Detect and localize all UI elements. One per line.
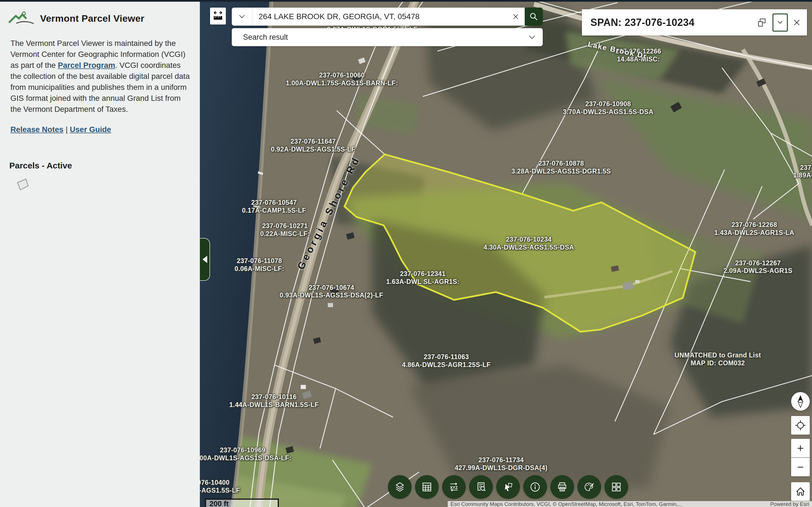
map-canvas[interactable]: 237-076-100601.00A-DWL1.75S-AGS1S-BARN-L…: [200, 0, 812, 507]
map-toolbar: XYZ: [388, 475, 628, 499]
parcel-label: 237-076-109083.70A-DWL2S-AGS1.5S-DSA: [563, 100, 653, 115]
basemap-gallery-button[interactable]: [605, 475, 628, 499]
compass-button[interactable]: [791, 392, 810, 411]
home-icon: [795, 486, 806, 497]
release-notes-link[interactable]: Release Notes: [10, 125, 63, 134]
expand-panel-button[interactable]: [772, 13, 788, 32]
vcgi-logo-icon: [8, 11, 36, 25]
compass-needle-icon: [795, 395, 806, 408]
parcel-span-title: SPAN: 237-076-10234: [591, 17, 757, 29]
grid-squares-icon: [610, 481, 623, 494]
copy-results-button[interactable]: [757, 17, 767, 28]
printer-icon: [556, 481, 569, 494]
select-button[interactable]: [496, 475, 520, 499]
search-source-dropdown[interactable]: [232, 8, 252, 25]
locate-button[interactable]: [791, 416, 810, 435]
parcel-label: 237-076-105470.17A-CAMP1.5S-LF: [242, 199, 306, 214]
layers-icon: [393, 481, 406, 494]
links-separator: |: [63, 125, 70, 134]
search-submit-button[interactable]: [525, 8, 543, 25]
search-bar: [232, 8, 543, 25]
map-labels-layer: 237-076-100601.00A-DWL1.75S-AGS1S-BARN-L…: [200, 0, 812, 507]
info-icon: [529, 481, 542, 494]
parcel-label: 237-076-102344.30A-DWL2S-AGS1.5S-DSA: [484, 236, 574, 251]
parcel-label: 237-076-122681.43A-DWL2S-AGR1S-LA: [714, 221, 794, 237]
search-icon: [529, 12, 538, 21]
parcel-polygon-icon: [16, 177, 29, 191]
close-icon: [512, 13, 519, 20]
svg-text:XYZ: XYZ: [450, 485, 458, 490]
home-extent-button[interactable]: [791, 482, 810, 501]
attribute-table-button[interactable]: [415, 475, 439, 499]
close-panel-button[interactable]: [793, 18, 801, 26]
chevron-down-icon: [777, 20, 783, 24]
parcel-label: 237-076-102710.22A-MISC-LF:: [260, 223, 310, 238]
parcel-label: 237-076-11734427.99A-DWL1S-DGR-DSA(4): [455, 457, 548, 472]
basemap-style-button[interactable]: [577, 475, 601, 499]
attribution-bar: Esri Community Maps Contributors, VCGI, …: [448, 501, 812, 507]
user-guide-link[interactable]: User Guide: [70, 125, 111, 134]
chevron-down-icon: [529, 35, 536, 40]
parcel-label: 237-076-108783.28A-DWL2S-AGS1S-DGR1.5S: [511, 160, 611, 175]
table-icon: [420, 481, 434, 494]
plus-icon: +: [797, 443, 804, 454]
close-icon: [793, 18, 801, 26]
print-button[interactable]: [550, 475, 574, 499]
measure-tool-button[interactable]: [210, 8, 226, 24]
legend-title: Parcels - Active: [9, 161, 72, 170]
powered-by-esri: Powered by Esri: [770, 501, 809, 507]
parcel-label: 237-076-116470.92A-DWL2S-AGS1.5S-LF: [271, 138, 356, 153]
info-button[interactable]: [523, 475, 547, 499]
parcel-label: 237-076-109691.00A-DWL1S-AGS1S-DSA-LF:: [200, 447, 292, 462]
search-input[interactable]: [252, 12, 507, 21]
parcel-label: 237-076-110780.06A-MISC-LF:: [235, 258, 284, 273]
app-description: The Vermont Parcel Viewer is maintained …: [10, 38, 190, 115]
search-result-label: Search result: [243, 33, 288, 42]
parcel-label: 237-076-106740.93A-DWL1S-AGS1S-DSA(2)-LF: [280, 284, 384, 299]
layers-button[interactable]: [388, 475, 412, 499]
collapse-sidebar-button[interactable]: [200, 238, 210, 281]
attribution-text: Esri Community Maps Contributors, VCGI, …: [451, 501, 682, 507]
measure-icon: [213, 10, 223, 22]
coordinate-conversion-button[interactable]: XYZ: [442, 475, 466, 499]
clear-search-button[interactable]: [507, 8, 525, 25]
scale-label: 200 ft: [209, 499, 229, 507]
sidebar-header: Vermont Parcel Viewer: [8, 11, 200, 25]
zoom-out-button[interactable]: −: [791, 458, 810, 476]
document-search-icon: [474, 481, 488, 494]
search-result-dropdown[interactable]: Search result: [232, 28, 543, 46]
app-title: Vermont Parcel Viewer: [40, 13, 144, 24]
sidebar-links: Release Notes | User Guide: [10, 125, 111, 134]
parcel-label: 076-10400L2S-AGS1.5S-LF: [200, 479, 240, 494]
locate-crosshair-icon: [795, 419, 806, 431]
select-cursor-icon: [502, 481, 515, 494]
parcel-label: UNMATCHED to Grand ListMAP ID: COM032: [675, 352, 761, 367]
copy-icon: [757, 17, 767, 28]
xyz-coordinates-icon: XYZ: [448, 481, 460, 494]
parcel-program-link[interactable]: Parcel Program: [58, 61, 115, 69]
parcel-label: 237-076-100601.00A-DWL1.75S-AGS1S-BARN-L…: [286, 72, 398, 87]
parcel-label: 237-076-110634.86A-DWL2S-AGR1.25S-LF: [402, 353, 491, 369]
sidebar: Vermont Parcel Viewer The Vermont Parcel…: [0, 2, 200, 507]
chevron-left-icon: [202, 256, 207, 263]
window-top-edge: [0, 0, 812, 2]
chevron-down-icon: [239, 15, 245, 18]
minus-icon: −: [797, 461, 804, 473]
parcel-info-panel: SPAN: 237-076-10234: [582, 9, 807, 36]
scale-bar: 200 ft: [205, 499, 279, 507]
palette-brush-icon: [583, 481, 596, 494]
parcel-label: 237-076-12261.89A-DWL2S-AG: [793, 164, 812, 179]
zoom-in-button[interactable]: +: [791, 439, 810, 457]
search-records-button[interactable]: [469, 475, 493, 499]
parcel-label: 237-076-123411.63A-DWL SL-AGR1S:: [386, 270, 460, 286]
parcel-label: 237-076-101161.44A-DWL1S-BARN1.5S-LF: [229, 393, 319, 409]
parcel-label: 237-076-122672.09A-DWL2S-AGR1S: [723, 260, 792, 275]
